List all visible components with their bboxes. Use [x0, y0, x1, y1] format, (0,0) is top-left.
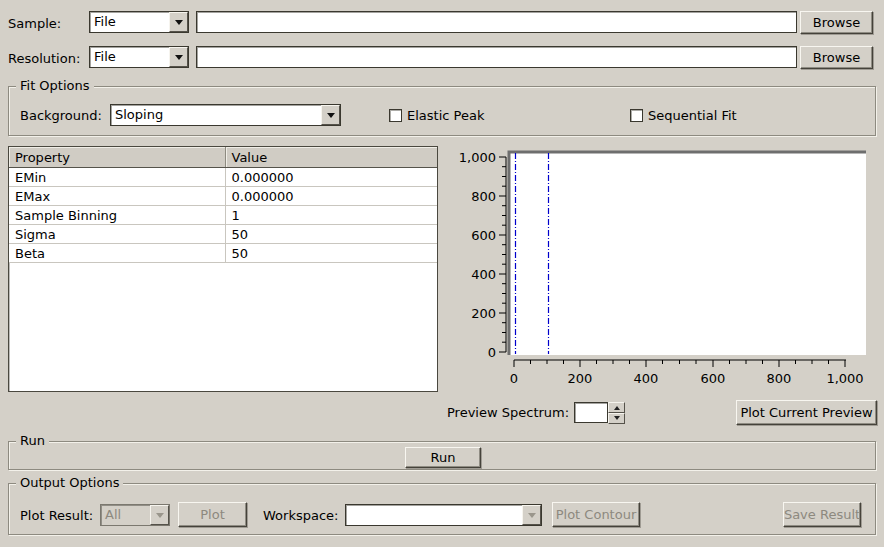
y-tick-label: 400 [471, 267, 496, 282]
x-tick-label: 400 [634, 371, 659, 386]
table-row[interactable]: EMax 0.000000 [9, 187, 437, 206]
workspace-combo[interactable] [345, 504, 542, 526]
resolution-file-input[interactable] [196, 46, 797, 68]
resolution-browse-button[interactable]: Browse [800, 46, 873, 69]
sample-file-input[interactable] [196, 11, 797, 33]
elastic-peak-label[interactable]: Elastic Peak [407, 108, 484, 123]
spin-down-button[interactable] [608, 413, 625, 424]
preview-spectrum-spinbox[interactable] [574, 402, 625, 423]
background-value: Sloping [111, 105, 321, 125]
chevron-down-icon [528, 513, 536, 522]
y-minor-ticks [502, 167, 506, 343]
property-column-header[interactable]: Property [9, 147, 225, 168]
y-tick-label: 1,000 [459, 150, 496, 165]
x-tick-label: 1,000 [826, 371, 863, 386]
resolution-source-arrow-button[interactable] [169, 47, 188, 67]
preview-spectrum-label: Preview Spectrum: [447, 405, 569, 420]
background-arrow-button[interactable] [321, 105, 340, 125]
workspace-label: Workspace: [263, 508, 338, 523]
sample-label: Sample: [8, 16, 61, 31]
resolution-source-value: File [90, 47, 169, 67]
y-tick-label: 600 [471, 228, 496, 243]
background-label: Background: [20, 108, 102, 123]
sample-browse-button[interactable]: Browse [800, 11, 873, 34]
sequential-fit-label[interactable]: Sequential Fit [648, 108, 737, 123]
sample-source-arrow-button[interactable] [169, 12, 188, 32]
y-tick-label: 200 [471, 306, 496, 321]
chevron-down-icon [175, 20, 183, 29]
plot-button: Plot [178, 502, 247, 527]
chevron-down-icon [327, 113, 335, 122]
spin-up-button[interactable] [608, 402, 625, 413]
save-result-button: Save Result [783, 502, 861, 527]
chevron-down-icon [156, 513, 164, 522]
sample-source-value: File [90, 12, 169, 32]
value-cell[interactable]: 0.000000 [225, 168, 437, 187]
table-header-row: Property Value [9, 147, 437, 168]
value-column-header[interactable]: Value [225, 147, 437, 168]
output-options-title: Output Options [16, 476, 123, 490]
plot-result-value: All [101, 505, 150, 525]
table-row[interactable]: Sample Binning 1 [9, 206, 437, 225]
plot-canvas[interactable] [509, 152, 866, 355]
y-tick-label: 0 [488, 345, 496, 360]
run-button[interactable]: Run [405, 447, 481, 468]
x-minor-ticks [531, 360, 829, 364]
elastic-peak-checkbox[interactable] [389, 109, 402, 122]
plot-result-label: Plot Result: [20, 508, 93, 523]
x-tick-label: 600 [701, 371, 726, 386]
sample-source-combo[interactable]: File [89, 11, 189, 33]
resolution-source-combo[interactable]: File [89, 46, 189, 68]
background-combo[interactable]: Sloping [110, 104, 341, 126]
fit-options-title: Fit Options [16, 79, 94, 93]
chevron-down-icon [175, 55, 183, 64]
property-cell: Beta [9, 244, 225, 263]
spin-down-icon [614, 416, 620, 423]
y-axis [499, 157, 506, 352]
plot-current-preview-button[interactable]: Plot Current Preview [736, 400, 877, 425]
workspace-value [346, 505, 522, 525]
workspace-arrow-button[interactable] [522, 505, 541, 525]
property-cell: Sample Binning [9, 206, 225, 225]
resolution-label: Resolution: [8, 51, 80, 66]
property-table[interactable]: Property Value EMin 0.000000 EMax 0.0000… [8, 146, 438, 392]
plot-result-arrow-button [150, 505, 169, 525]
preview-spectrum-value[interactable] [574, 402, 608, 423]
property-cell: Sigma [9, 225, 225, 244]
x-axis-labels: 0 200 400 600 800 1,000 [510, 371, 864, 386]
x-tick-label: 0 [510, 371, 518, 386]
y-axis-labels: 1,000 800 600 400 200 0 [459, 150, 496, 360]
run-group-title: Run [16, 434, 49, 448]
value-cell[interactable]: 50 [225, 244, 437, 263]
table-row[interactable]: Sigma 50 [9, 225, 437, 244]
value-cell[interactable]: 0.000000 [225, 187, 437, 206]
property-cell: EMax [9, 187, 225, 206]
y-tick-label: 800 [471, 189, 496, 204]
value-cell[interactable]: 50 [225, 225, 437, 244]
sequential-fit-checkbox[interactable] [630, 109, 643, 122]
x-axis [514, 360, 846, 367]
spin-up-icon [614, 403, 620, 410]
preview-plot: 1,000 800 600 400 200 0 0 200 400 600 [442, 145, 878, 395]
x-tick-label: 200 [568, 371, 593, 386]
quasi-fit-window: Sample: File Browse Resolution: File Bro… [0, 0, 884, 547]
plot-contour-button: Plot Contour [552, 502, 640, 527]
table-row[interactable]: EMin 0.000000 [9, 168, 437, 187]
property-cell: EMin [9, 168, 225, 187]
x-tick-label: 800 [767, 371, 792, 386]
value-cell[interactable]: 1 [225, 206, 437, 225]
table-row[interactable]: Beta 50 [9, 244, 437, 263]
plot-result-combo: All [100, 504, 170, 526]
